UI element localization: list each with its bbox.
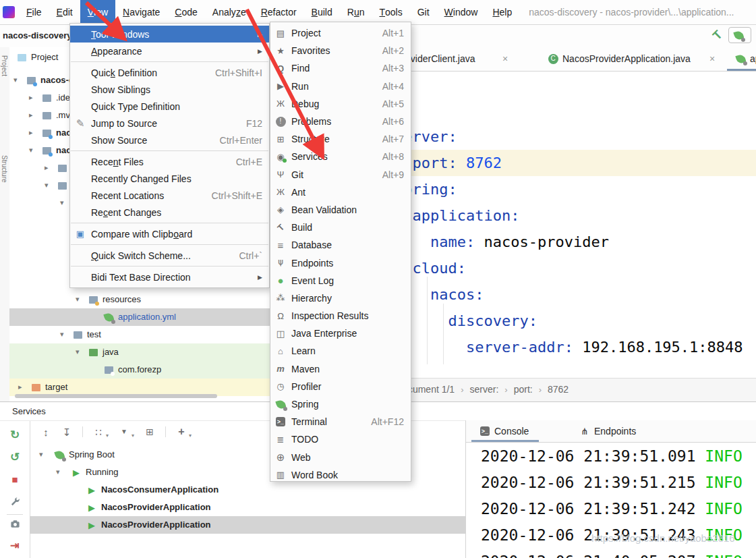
menu-file[interactable]: File bbox=[19, 0, 49, 24]
console-tab-endpoints[interactable]: Endpoints bbox=[594, 426, 636, 437]
add-icon[interactable]: + bbox=[176, 426, 187, 437]
chevron-down-icon[interactable]: ▾ bbox=[60, 198, 64, 207]
console-terminal-icon[interactable]: >_ bbox=[479, 426, 490, 437]
chevron-right-icon[interactable]: ▸ bbox=[29, 93, 33, 102]
chevron-down-icon[interactable]: ▾ bbox=[56, 468, 60, 476]
tab-close-icon[interactable]: × bbox=[709, 53, 715, 64]
tool-windows-item-profiler[interactable]: ◷Profiler bbox=[270, 378, 411, 395]
view-menu-item-recent-locations[interactable]: Recent LocationsCtrl+Shift+E bbox=[70, 187, 269, 204]
console-tab-console[interactable]: Console bbox=[494, 426, 529, 437]
tool-windows-item-database[interactable]: ≡Database bbox=[270, 236, 411, 254]
tool-windows-item-bean-validation[interactable]: ◈Bean Validation bbox=[270, 201, 411, 219]
tool-windows-item-services[interactable]: ◉ServicesAlt+8 bbox=[270, 148, 411, 165]
tool-windows-item-event-log[interactable]: ●Event Log bbox=[270, 272, 411, 289]
run-config-selector[interactable] bbox=[728, 27, 751, 43]
view-menu-item-tool-windows[interactable]: Tool Windows▶ bbox=[70, 26, 269, 43]
editor-tab-application-yml[interactable]: application.yml bbox=[750, 53, 756, 64]
tool-windows-item-todo[interactable]: ≣TODO bbox=[270, 430, 411, 448]
tool-windows-item-word-book[interactable]: ▥Word Book bbox=[270, 466, 411, 484]
tool-windows-item-build[interactable]: TBuild bbox=[270, 219, 411, 236]
tool-windows-item-project[interactable]: ▤ProjectAlt+1 bbox=[270, 24, 411, 42]
chevron-right-icon[interactable]: ▸ bbox=[18, 383, 22, 391]
tool-windows-item-git[interactable]: ΨGitAlt+9 bbox=[270, 166, 411, 184]
view-menu-item-recent-files[interactable]: Recent FilesCtrl+E bbox=[70, 153, 269, 170]
tool-windows-item-endpoints[interactable]: ⋔Endpoints bbox=[270, 254, 411, 271]
stop-icon[interactable]: ■ bbox=[9, 474, 20, 484]
view-menu-item-recent-changes[interactable]: Recent Changes bbox=[70, 204, 269, 221]
nav-breadcrumb[interactable]: nacos-discovery bbox=[3, 30, 72, 40]
tool-windows-item-web[interactable]: ⊕Web bbox=[270, 449, 411, 466]
breadcrumb-segment[interactable]: server: bbox=[470, 384, 499, 395]
service-row-nacosproviderapplication[interactable]: ▶NacosProviderApplication bbox=[30, 516, 465, 534]
project-tree-row-application-yml[interactable]: application.yml bbox=[9, 308, 277, 326]
chevron-down-icon[interactable]: ▾ bbox=[29, 146, 33, 155]
tool-windows-item-maven[interactable]: mMaven bbox=[270, 360, 411, 378]
tool-windows-item-run[interactable]: ▶RunAlt+4 bbox=[270, 78, 411, 95]
yaml-code[interactable]: server: port: 8762spring: application: n… bbox=[395, 123, 743, 360]
group-icon[interactable]: ∷ bbox=[93, 426, 104, 437]
filter-icon[interactable]: ▼ bbox=[119, 426, 129, 437]
project-tree-row-test[interactable]: ▾test bbox=[9, 326, 277, 343]
tool-windows-item-structure[interactable]: ⊞StructureAlt+7 bbox=[270, 130, 411, 148]
menu-build[interactable]: Build bbox=[304, 0, 340, 24]
view-menu-item-quick-definition[interactable]: Quick DefinitionCtrl+Shift+I bbox=[70, 64, 269, 81]
tool-windows-item-find[interactable]: QFindAlt+3 bbox=[270, 59, 411, 77]
tool-windows-item-spring[interactable]: Spring bbox=[270, 395, 411, 413]
service-row-nacosproviderapplication[interactable]: ▶NacosProviderApplication bbox=[30, 499, 465, 516]
tool-windows-item-favorites[interactable]: ★FavoritesAlt+2 bbox=[270, 42, 411, 59]
view-menu-item-bidi-text-base-direction[interactable]: Bidi Text Base Direction▶ bbox=[70, 269, 269, 285]
menu-tools[interactable]: Tools bbox=[372, 0, 409, 24]
view-menu-item-quick-switch-scheme[interactable]: Quick Switch Scheme...Ctrl+` bbox=[70, 247, 269, 264]
update-application-icon[interactable]: ↺ bbox=[9, 451, 20, 462]
tool-windows-item-hierarchy[interactable]: ⁂Hierarchy bbox=[270, 289, 411, 307]
tab-close-icon[interactable]: × bbox=[502, 53, 508, 64]
breadcrumb-segment[interactable]: 8762 bbox=[548, 384, 569, 395]
view-menu-item-jump-to-source[interactable]: ✎Jump to SourceF12 bbox=[70, 115, 269, 132]
view-menu-item-recently-changed-files[interactable]: Recently Changed Files bbox=[70, 170, 269, 187]
tool-windows-item-terminal[interactable]: >_TerminalAlt+F12 bbox=[270, 413, 411, 430]
project-tree-row-com-forezp[interactable]: com.forezp bbox=[9, 361, 277, 379]
tool-windows-item-java-enterprise[interactable]: ◫Java Enterprise bbox=[270, 325, 411, 342]
project-tree-row-java[interactable]: ▾java bbox=[9, 343, 277, 361]
tool-windows-item-debug[interactable]: ЖDebugAlt+5 bbox=[270, 95, 411, 113]
editor-tab-nacosproviderapplication-java[interactable]: NacosProviderApplication.java bbox=[562, 53, 691, 64]
stripe-label-project[interactable]: Project bbox=[1, 55, 8, 76]
tool-windows-item-problems[interactable]: !ProblemsAlt+6 bbox=[270, 113, 411, 130]
tool-windows-item-inspection-results[interactable]: ΩInspection Results bbox=[270, 307, 411, 325]
menu-edit[interactable]: Edit bbox=[49, 0, 80, 24]
chevron-down-icon[interactable]: ▾ bbox=[13, 76, 18, 84]
chevron-down-icon[interactable]: ▾ bbox=[76, 295, 80, 304]
chevron-down-icon[interactable]: ▾ bbox=[45, 181, 49, 190]
chevron-down-icon[interactable]: ▾ bbox=[60, 330, 64, 339]
camera-icon[interactable] bbox=[9, 518, 20, 529]
chevron-down-icon[interactable]: ▾ bbox=[39, 450, 43, 459]
view-menu-item-compare-with-clipboard[interactable]: ▣Compare with Clipboard bbox=[70, 225, 269, 242]
rerun-icon[interactable]: ↻ bbox=[9, 429, 20, 440]
menu-window[interactable]: Window bbox=[437, 0, 486, 24]
menu-view[interactable]: View bbox=[80, 0, 115, 24]
breadcrumb-segment[interactable]: port: bbox=[514, 384, 533, 395]
chevron-right-icon[interactable]: ▸ bbox=[29, 128, 33, 137]
view-menu-item-quick-type-definition[interactable]: Quick Type Definition bbox=[70, 98, 269, 115]
expand-all-icon[interactable]: ↕ bbox=[40, 426, 51, 437]
frame-plus-icon[interactable]: ⊞ bbox=[144, 426, 155, 437]
view-menu-item-appearance[interactable]: Appearance▶ bbox=[70, 43, 269, 59]
tool-windows-item-learn[interactable]: ⌂Learn bbox=[270, 342, 411, 360]
service-row-nacosconsumerapplication[interactable]: ▶NacosConsumerApplication bbox=[30, 481, 465, 499]
wrench-icon[interactable] bbox=[9, 496, 20, 507]
chevron-right-icon[interactable]: ▸ bbox=[29, 111, 33, 119]
chevron-right-icon[interactable]: ▸ bbox=[45, 163, 49, 172]
menu-analyze[interactable]: Analyze bbox=[205, 0, 254, 24]
menu-refactor[interactable]: Refactor bbox=[254, 0, 304, 24]
menu-code[interactable]: Code bbox=[167, 0, 204, 24]
tool-windows-item-ant[interactable]: ЖAnt bbox=[270, 184, 411, 201]
menu-git[interactable]: Git bbox=[410, 0, 437, 24]
chevron-down-icon[interactable]: ▾ bbox=[76, 347, 80, 356]
endpoints-orange-icon[interactable]: ⋔ bbox=[579, 426, 590, 437]
stripe-label-structure[interactable]: Structure bbox=[1, 155, 8, 183]
project-tree-row-resources[interactable]: ▾resources bbox=[9, 291, 277, 308]
project-hscrollbar[interactable] bbox=[15, 394, 217, 398]
menu-help[interactable]: Help bbox=[485, 0, 519, 24]
menu-run[interactable]: Run bbox=[340, 0, 372, 24]
menu-navigate[interactable]: Navigate bbox=[115, 0, 167, 24]
